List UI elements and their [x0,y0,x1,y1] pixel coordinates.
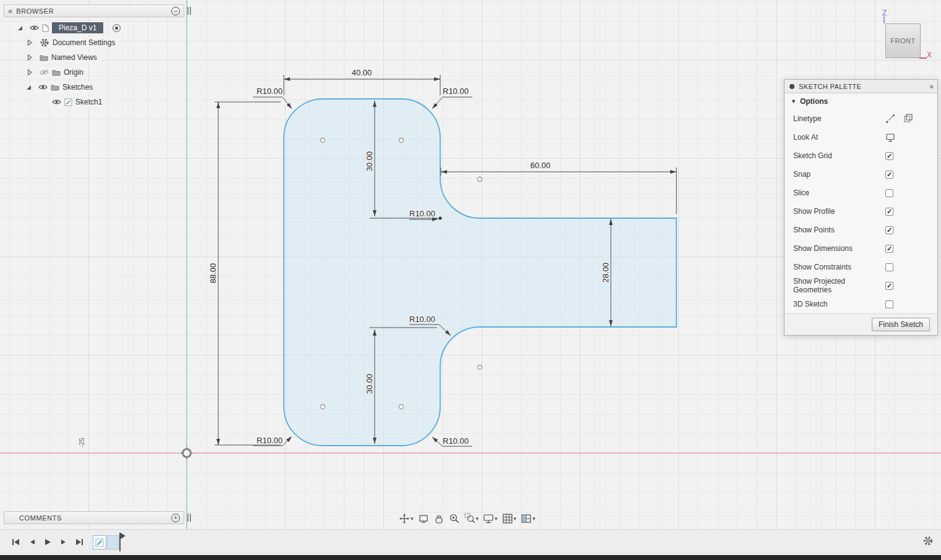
browser-panel-grip[interactable] [187,7,191,15]
dim-left-height[interactable]: 88.00 [208,102,281,445]
step-forward-icon[interactable] [59,538,67,546]
dim-label[interactable]: 88.00 [208,263,218,284]
sketch-profile[interactable] [284,99,676,446]
dim-radius-top-left[interactable]: R10.00 [253,87,292,109]
visibility-eye-icon[interactable] [30,25,39,31]
dim-label[interactable]: R10.00 [409,315,435,324]
expand-arrow-icon[interactable] [25,83,32,91]
dim-arm-length[interactable]: 60.00 [441,161,676,214]
look-at-icon[interactable] [885,132,895,142]
3d-sketch-checkbox[interactable]: ✓ [885,300,893,308]
look-at-button[interactable] [418,513,429,524]
go-to-end-icon[interactable] [75,538,84,546]
folder-icon [40,54,48,61]
zoom-window-button[interactable]: ▾ [464,513,479,524]
show-dimensions-checkbox[interactable]: ✓ [885,245,893,253]
dim-label[interactable]: 30.00 [365,151,374,172]
row-label: Show Constraints [793,263,851,271]
minimize-panel-icon[interactable]: – [171,7,180,15]
sketch-point[interactable] [399,138,404,143]
show-constraints-checkbox[interactable]: ✓ [885,263,893,271]
browser-row-sketches[interactable]: Sketches [4,80,124,95]
row-label: Show Projected Geometries [793,277,885,294]
pan-hand-button[interactable] [433,513,445,524]
active-document-radio[interactable] [113,24,121,32]
sketch-palette-header[interactable]: SKETCH PALETTE » [785,80,937,93]
timeline-settings-gear[interactable] [922,535,934,549]
dim-label[interactable]: R10.00 [443,87,469,96]
expand-panel-icon[interactable]: + [171,514,180,522]
view-cube-front-face[interactable]: FRONT [885,23,921,58]
row-label: Show Profile [793,207,835,216]
timeline-selection-highlight[interactable] [107,535,119,549]
dim-radius-bottom-left[interactable]: R10.00 [253,436,292,446]
show-projected-geometries-checkbox[interactable]: ✓ [885,282,893,290]
browser-item-label: Document Settings [53,38,115,47]
zoom-button[interactable] [449,513,460,524]
collapsed-arrow-icon[interactable] [26,39,33,46]
sketch-point[interactable] [399,405,404,409]
dim-label[interactable]: R10.00 [257,87,283,96]
slice-checkbox[interactable]: ✓ [885,189,893,197]
dim-label[interactable]: R10.00 [409,209,435,218]
browser-row-named-views[interactable]: Named Views [4,50,124,65]
caret-down-icon: ▾ [495,515,498,522]
collapse-panel-icon[interactable]: « [8,7,12,15]
viewports-button[interactable]: ▾ [521,513,535,524]
dim-label[interactable]: R10.00 [257,436,283,445]
comments-panel-header[interactable]: COMMENTS + [4,511,184,524]
comments-panel-grip[interactable] [187,514,191,522]
expand-arrow-icon[interactable] [16,24,23,32]
pan-button[interactable]: ▾ [399,513,414,524]
z-axis-tick [884,16,885,23]
row-label: Show Dimensions [793,244,853,253]
visibility-off-eye-icon[interactable] [40,69,49,75]
dim-top-width[interactable]: 40.00 [284,68,440,95]
dim-label[interactable]: 28.00 [601,263,610,283]
timeline-sketch-feature[interactable] [93,535,106,549]
browser-row-origin[interactable]: Origin [4,65,124,80]
go-to-start-icon[interactable] [11,538,20,546]
palette-row-show-dimensions: Show Dimensions ✓ [785,239,937,258]
document-name[interactable]: Pieza_D v1 [52,22,103,33]
view-cube[interactable]: Z FRONT X [881,7,940,63]
step-back-icon[interactable] [28,538,36,546]
dim-radius-bottom-right[interactable]: R10.00 [432,436,472,446]
sketch-icon [95,538,104,547]
grid-snaps-button[interactable]: ▾ [502,513,517,524]
visibility-eye-icon[interactable] [52,99,61,105]
origin-marker[interactable] [181,447,193,459]
play-icon[interactable] [43,538,52,546]
timeline-marker-flag[interactable] [121,533,126,539]
browser-row-document-settings[interactable]: Document Settings [4,35,124,50]
collapsed-arrow-icon[interactable] [26,69,33,76]
browser-panel-header[interactable]: « BROWSER – [4,4,184,17]
dim-label[interactable]: 40.00 [352,68,372,77]
sketch-point[interactable] [478,177,482,182]
palette-footer: Finish Sketch [785,313,937,335]
sketch-point[interactable] [478,365,482,370]
display-settings-button[interactable]: ▾ [483,513,498,524]
show-profile-checkbox[interactable]: ✓ [885,208,893,216]
sketch-palette-title: SKETCH PALETTE [799,83,861,90]
sketch-point[interactable] [321,405,325,409]
centerline-linetype-icon[interactable] [903,114,913,124]
finish-sketch-button[interactable]: Finish Sketch [872,318,930,331]
sketch-point[interactable] [321,138,325,143]
dim-label[interactable]: 60.00 [530,161,551,170]
collapsed-arrow-icon[interactable] [26,54,33,61]
visibility-eye-icon[interactable] [38,84,48,90]
browser-row-document[interactable]: Pieza_D v1 [4,20,124,35]
browser-row-sketch1[interactable]: Sketch1 [4,95,124,109]
snap-checkbox[interactable]: ✓ [885,171,893,179]
fillet-point[interactable] [439,217,442,220]
dim-radius-top-right[interactable]: R10.00 [432,87,472,109]
dim-label[interactable]: 30.00 [365,374,374,394]
palette-row-show-points: Show Points ✓ [785,221,937,239]
dim-label[interactable]: R10.00 [443,436,469,446]
construction-linetype-icon[interactable] [885,114,895,124]
expand-right-icon[interactable]: » [929,82,932,91]
show-points-checkbox[interactable]: ✓ [885,226,893,234]
options-section-header[interactable]: ▼ Options [785,93,937,109]
sketch-grid-checkbox[interactable]: ✓ [885,152,893,160]
